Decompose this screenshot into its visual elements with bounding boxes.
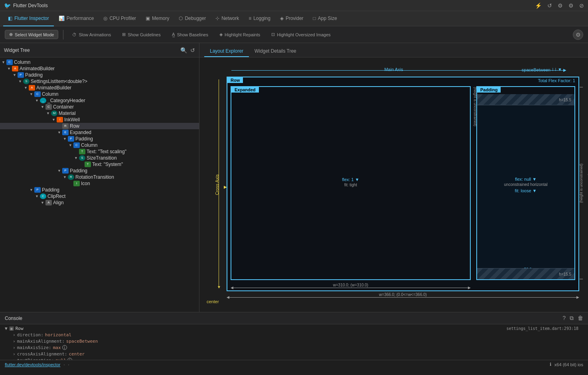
tab-provider[interactable]: ◈ Provider	[275, 11, 308, 26]
tab-flutter-inspector[interactable]: ◧ Flutter Inspector	[3, 11, 54, 26]
tree-item[interactable]: ▼IInkWell	[0, 116, 199, 123]
tree-item[interactable]: ▼PPadding	[0, 136, 199, 142]
refresh-tree-icon[interactable]: ↺	[190, 47, 195, 53]
tree-item[interactable]: ▼PPadding	[0, 168, 199, 174]
console-expand-arrow[interactable]: ▼	[5, 326, 8, 331]
slow-anim-icon: ⏱	[72, 32, 77, 37]
console-copy-icon[interactable]: ⧉	[570, 315, 574, 322]
tree-node-label: AnimatedBuilder	[36, 85, 71, 91]
close-icon[interactable]: ⊘	[579, 2, 584, 9]
space-between-icons[interactable]: ⁞ ⁞ ▼	[552, 67, 562, 72]
tree-item[interactable]: ▼CColumn	[0, 59, 199, 65]
show-baselines-toggle[interactable]: A̲ Show Baselines	[168, 30, 212, 39]
tree-arrow[interactable]: ▼	[63, 175, 68, 179]
tree-item[interactable]: ▼AAnimatedBuilder	[0, 65, 199, 72]
tab-performance[interactable]: 📊 Performance	[54, 11, 99, 26]
expanded-box[interactable]: Expanded flex: 1 ▼ fit: tight (height is…	[231, 86, 471, 280]
console-help-icon[interactable]: ?	[562, 315, 566, 322]
tab-network[interactable]: ⊹ Network	[211, 11, 244, 26]
fit-tight-label: fit: tight	[342, 183, 359, 187]
toolbar-settings-button[interactable]: ⚙	[573, 30, 583, 40]
show-guidelines-toggle[interactable]: ⊞ Show Guidelines	[118, 30, 165, 39]
tab-layout-explorer[interactable]: Layout Explorer	[204, 46, 249, 57]
tab-cpu-profiler[interactable]: ◎ CPU Profiler	[99, 11, 141, 26]
tree-arrow[interactable]: ▼	[24, 86, 29, 90]
total-flex-label: Total Flex Factor: 1	[535, 77, 578, 84]
tree-node-icon: P	[34, 187, 41, 193]
settings-icon-1[interactable]: ⚙	[558, 2, 563, 9]
tree-item[interactable]: ▼EExpanded	[0, 129, 199, 136]
padding-box[interactable]: Padding h=15.5 flex: null ▼	[476, 86, 575, 280]
status-link[interactable]: flutter.dev/devtools/inspector	[5, 362, 60, 367]
tree-item[interactable]: IIcon	[0, 180, 199, 187]
tree-arrow[interactable]: ▼	[13, 73, 18, 77]
highlight-repaints-toggle[interactable]: ◈ Highlight Repaints	[215, 30, 264, 39]
fit-loose-label[interactable]: fit: loose ▼	[504, 188, 548, 193]
select-widget-mode-button[interactable]: ⊕ Select Widget Mode	[5, 30, 58, 39]
refresh-icon[interactable]: ↺	[547, 2, 552, 9]
tree-arrow[interactable]: ▼	[57, 169, 62, 173]
tree-arrow[interactable]: ▼	[46, 111, 51, 115]
tree-item[interactable]: ▼PPadding	[0, 72, 199, 78]
tree-item[interactable]: ▼CClipRect	[0, 193, 199, 199]
tree-node-icon: C	[6, 59, 13, 65]
tree-arrow[interactable]: ▼	[18, 79, 23, 83]
flex-info-expanded: flex: 1 ▼ fit: tight	[342, 177, 359, 187]
tree-item[interactable]: ▼CColumn	[0, 142, 199, 148]
space-between-label: spaceBetween ⁞ ⁞ ▼	[522, 67, 562, 72]
tree-item[interactable]: ▼CContainer	[0, 104, 199, 110]
flex-null-label[interactable]: flex: null ▼	[504, 177, 548, 182]
tree-item[interactable]: ▼__CategoryHeader	[0, 97, 199, 104]
tree-item[interactable]: ▼RRotationTransition	[0, 174, 199, 180]
tree-arrow[interactable]: ▼	[30, 188, 34, 192]
fit-loose-dropdown[interactable]: ▼	[533, 188, 537, 193]
tab-logging[interactable]: ≡ Logging	[244, 11, 275, 26]
tree-arrow[interactable]: ▼	[57, 130, 62, 134]
settings-icon-2[interactable]: ⚙	[568, 2, 574, 9]
flex-null-dropdown[interactable]: ▼	[532, 177, 537, 182]
tree-node-label: Icon	[81, 181, 90, 186]
tree-node-icon: P	[18, 72, 24, 78]
console-clear-icon[interactable]: 🗑	[578, 315, 583, 322]
slow-animations-toggle[interactable]: ⏱ Slow Animations	[68, 31, 115, 39]
tree-arrow[interactable]: ▼	[74, 156, 79, 160]
lightning-icon[interactable]: ⚡	[535, 2, 542, 9]
tree-item[interactable]: ▼SSettingsListItem<double?>	[0, 78, 199, 85]
tree-item[interactable]: ▼MMaterial	[0, 110, 199, 116]
prop-info-icon[interactable]: i	[62, 345, 67, 350]
row-container[interactable]: Row Total Flex Factor: 1 Expanded flex: …	[227, 77, 579, 291]
tree-item[interactable]: TText: "System"	[0, 161, 199, 168]
widget-tree-content[interactable]: ▼CColumn▼AAnimatedBuilder▼PPadding▼SSett…	[0, 57, 199, 312]
top-stripe: h=15.5	[477, 94, 574, 105]
tree-item[interactable]: TText: "Text scaling"	[0, 148, 199, 155]
prop-arrow: ›	[13, 339, 16, 344]
tab-debugger[interactable]: ⬡ Debugger	[174, 11, 211, 26]
cross-axis-label: Cross Axis	[215, 174, 219, 195]
inspector-icon: ◧	[8, 16, 12, 21]
tree-arrow[interactable]: ▼	[35, 99, 40, 103]
tree-arrow[interactable]: ▼	[41, 201, 45, 205]
flex-dropdown-icon[interactable]: ▼	[355, 177, 359, 182]
tree-item[interactable]: ▼AAnimatedBuilder	[0, 85, 199, 91]
tree-arrow[interactable]: ▼	[30, 92, 34, 96]
flex-one-label[interactable]: flex: 1 ▼	[342, 177, 359, 182]
highlight-oversized-toggle[interactable]: ⊡ Highlight Oversized Images	[267, 30, 335, 39]
tree-arrow[interactable]: ▼	[41, 105, 45, 109]
tab-memory[interactable]: ▣ Memory	[141, 11, 174, 26]
tree-arrow[interactable]: ▼	[2, 60, 6, 64]
tree-item[interactable]: ▼AAlign	[0, 199, 199, 206]
prop-arrow: ›	[13, 345, 16, 350]
tree-arrow[interactable]: ▼	[35, 194, 40, 198]
tab-app-size[interactable]: □ App Size	[308, 11, 342, 26]
tree-item[interactable]: ▼CColumn	[0, 91, 199, 97]
tree-arrow[interactable]: ▼	[63, 137, 68, 141]
tab-widget-details-tree[interactable]: Widget Details Tree	[249, 46, 302, 57]
tree-item[interactable]: RRow	[0, 123, 199, 129]
tree-arrow[interactable]: ▼	[69, 143, 73, 147]
tree-item[interactable]: ▼SSizeTransition	[0, 155, 199, 161]
tree-arrow[interactable]: ▼	[52, 118, 57, 122]
tree-item[interactable]: ▼PPadding	[0, 187, 199, 193]
prop-info-icon[interactable]: i	[67, 358, 72, 360]
tree-arrow[interactable]: ▼	[7, 67, 12, 71]
search-icon[interactable]: 🔍	[180, 47, 187, 53]
